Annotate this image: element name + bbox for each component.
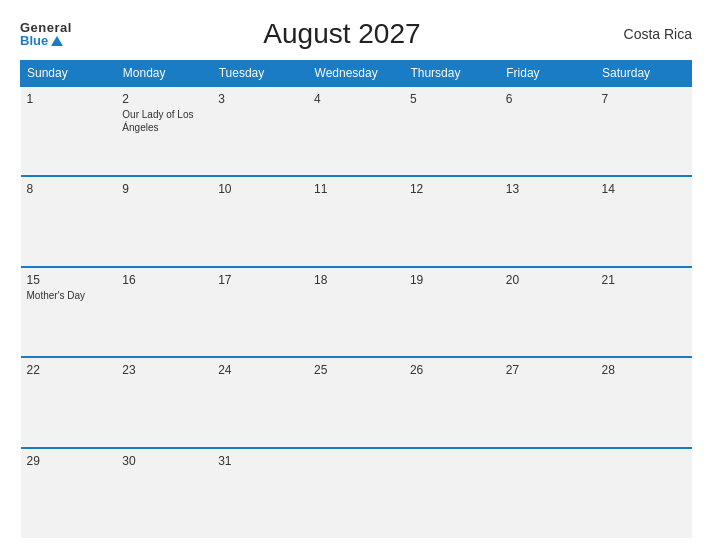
table-row: 30 [116, 448, 212, 538]
table-row: 26 [404, 357, 500, 447]
logo-triangle-icon [51, 36, 63, 46]
holiday-label: Mother's Day [27, 289, 111, 302]
day-number: 11 [314, 182, 398, 196]
table-row: 10 [212, 176, 308, 266]
table-row: 1 [21, 86, 117, 176]
col-wednesday: Wednesday [308, 61, 404, 87]
table-row: 12 [404, 176, 500, 266]
table-row [404, 448, 500, 538]
day-number: 29 [27, 454, 111, 468]
day-number: 1 [27, 92, 111, 106]
day-number: 18 [314, 273, 398, 287]
table-row: 23 [116, 357, 212, 447]
table-row: 4 [308, 86, 404, 176]
table-row: 3 [212, 86, 308, 176]
day-number: 23 [122, 363, 206, 377]
table-row: 13 [500, 176, 596, 266]
table-row: 27 [500, 357, 596, 447]
table-row: 11 [308, 176, 404, 266]
table-row: 20 [500, 267, 596, 357]
calendar-table: Sunday Monday Tuesday Wednesday Thursday… [20, 60, 692, 538]
calendar-page: General Blue August 2027 Costa Rica Sund… [0, 0, 712, 550]
table-row: 28 [596, 357, 692, 447]
country-label: Costa Rica [612, 26, 692, 42]
day-number: 26 [410, 363, 494, 377]
day-number: 28 [602, 363, 686, 377]
col-saturday: Saturday [596, 61, 692, 87]
day-number: 13 [506, 182, 590, 196]
day-number: 2 [122, 92, 206, 106]
day-number: 27 [506, 363, 590, 377]
table-row: 31 [212, 448, 308, 538]
table-row [596, 448, 692, 538]
day-number: 22 [27, 363, 111, 377]
table-row: 22 [21, 357, 117, 447]
table-row [500, 448, 596, 538]
table-row: 17 [212, 267, 308, 357]
day-number: 6 [506, 92, 590, 106]
col-sunday: Sunday [21, 61, 117, 87]
day-number: 10 [218, 182, 302, 196]
day-number: 3 [218, 92, 302, 106]
calendar-week-row: 891011121314 [21, 176, 692, 266]
day-number: 17 [218, 273, 302, 287]
day-number: 8 [27, 182, 111, 196]
day-number: 21 [602, 273, 686, 287]
table-row: 7 [596, 86, 692, 176]
calendar-title: August 2027 [72, 18, 612, 50]
calendar-week-row: 22232425262728 [21, 357, 692, 447]
day-number: 24 [218, 363, 302, 377]
col-monday: Monday [116, 61, 212, 87]
calendar-week-row: 293031 [21, 448, 692, 538]
holiday-label: Our Lady of Los Ángeles [122, 108, 206, 134]
col-thursday: Thursday [404, 61, 500, 87]
day-number: 14 [602, 182, 686, 196]
col-friday: Friday [500, 61, 596, 87]
logo: General Blue [20, 21, 72, 47]
table-row: 6 [500, 86, 596, 176]
table-row: 24 [212, 357, 308, 447]
col-tuesday: Tuesday [212, 61, 308, 87]
table-row: 8 [21, 176, 117, 266]
table-row: 18 [308, 267, 404, 357]
day-number: 12 [410, 182, 494, 196]
day-number: 30 [122, 454, 206, 468]
table-row: 16 [116, 267, 212, 357]
day-number: 4 [314, 92, 398, 106]
day-number: 9 [122, 182, 206, 196]
day-number: 19 [410, 273, 494, 287]
table-row: 2Our Lady of Los Ángeles [116, 86, 212, 176]
day-number: 25 [314, 363, 398, 377]
table-row: 21 [596, 267, 692, 357]
day-number: 20 [506, 273, 590, 287]
table-row: 15Mother's Day [21, 267, 117, 357]
calendar-week-row: 15Mother's Day161718192021 [21, 267, 692, 357]
table-row: 5 [404, 86, 500, 176]
table-row: 14 [596, 176, 692, 266]
table-row: 9 [116, 176, 212, 266]
calendar-header-row: Sunday Monday Tuesday Wednesday Thursday… [21, 61, 692, 87]
table-row [308, 448, 404, 538]
day-number: 7 [602, 92, 686, 106]
logo-blue-text: Blue [20, 34, 72, 47]
table-row: 25 [308, 357, 404, 447]
table-row: 29 [21, 448, 117, 538]
day-number: 16 [122, 273, 206, 287]
day-number: 15 [27, 273, 111, 287]
day-number: 31 [218, 454, 302, 468]
calendar-week-row: 12Our Lady of Los Ángeles34567 [21, 86, 692, 176]
day-number: 5 [410, 92, 494, 106]
header: General Blue August 2027 Costa Rica [20, 18, 692, 50]
table-row: 19 [404, 267, 500, 357]
